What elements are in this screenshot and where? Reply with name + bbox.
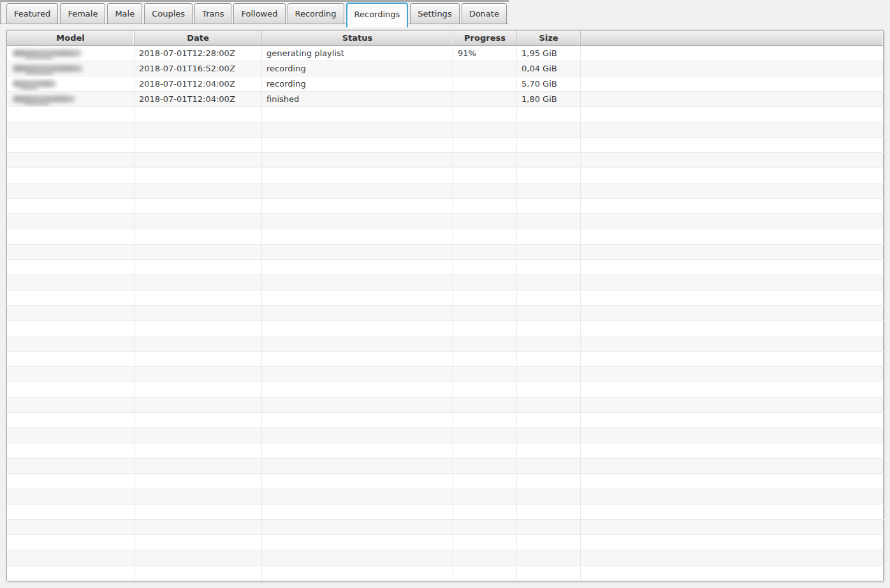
empty-row	[7, 520, 884, 535]
column-header-progress[interactable]: Progress	[453, 31, 517, 46]
tab-followed[interactable]: Followed	[233, 3, 285, 24]
empty-row	[7, 168, 884, 183]
cell-status: recording	[262, 76, 453, 92]
blurred-model-name	[13, 80, 56, 87]
cell-model	[7, 76, 135, 92]
tab-donate[interactable]: Donate	[462, 3, 507, 24]
empty-row	[7, 107, 884, 122]
cell-extra	[581, 46, 884, 61]
cell-extra	[581, 76, 884, 92]
empty-row	[7, 489, 884, 505]
tab-label: Couples	[152, 9, 185, 18]
tab-trans[interactable]: Trans	[194, 3, 231, 24]
tab-recording[interactable]: Recording	[288, 3, 344, 24]
tab-label: Settings	[418, 9, 451, 18]
cell-size: 1,80 GiB	[517, 92, 581, 107]
empty-row	[7, 505, 884, 520]
cell-date: 2018-07-01T16:52:00Z	[135, 61, 262, 76]
tab-couples[interactable]: Couples	[144, 3, 193, 24]
tab-featured[interactable]: Featured	[6, 3, 58, 24]
empty-row	[7, 122, 884, 138]
empty-row	[7, 352, 884, 367]
tab-label: Followed	[241, 9, 277, 18]
cell-model	[7, 61, 135, 76]
cell-model	[7, 46, 135, 61]
column-header-status[interactable]: Status	[262, 31, 453, 46]
empty-row	[7, 367, 884, 382]
cell-size: 1,95 GiB	[517, 46, 581, 61]
tab-label: Trans	[202, 9, 224, 18]
tab-label: Recordings	[354, 10, 400, 19]
blurred-model-name	[13, 65, 83, 72]
column-header-size[interactable]: Size	[517, 31, 581, 46]
column-header-extra	[581, 31, 884, 46]
recordings-table-body: 2018-07-01T12:28:00Z generating playlist…	[7, 46, 884, 581]
cell-date: 2018-07-01T12:04:00Z	[135, 76, 262, 92]
empty-row	[7, 413, 884, 428]
cell-progress	[453, 61, 517, 76]
cell-progress: 91%	[453, 46, 517, 61]
cell-size: 0,04 GiB	[517, 61, 581, 76]
empty-row	[7, 275, 884, 290]
tab-settings[interactable]: Settings	[410, 3, 459, 24]
empty-row	[7, 566, 884, 581]
tab-female[interactable]: Female	[60, 3, 105, 24]
empty-row	[7, 306, 884, 321]
blurred-model-name	[13, 96, 75, 103]
cell-size: 5,70 GiB	[517, 76, 581, 92]
empty-row	[7, 138, 884, 153]
empty-row	[7, 459, 884, 474]
empty-row	[7, 245, 884, 260]
cell-status: finished	[262, 92, 453, 107]
empty-row	[7, 153, 884, 168]
cell-progress	[453, 92, 517, 107]
tab-male[interactable]: Male	[107, 3, 142, 24]
tab-label: Male	[115, 9, 135, 18]
cell-model	[7, 92, 135, 107]
cell-extra	[581, 92, 884, 107]
empty-row	[7, 199, 884, 214]
recordings-table: Model Date Status Progress Size 2018-07-…	[6, 30, 884, 581]
tab-label: Featured	[14, 9, 50, 18]
cell-progress	[453, 76, 517, 92]
empty-row	[7, 443, 884, 459]
cell-status: recording	[262, 61, 453, 76]
empty-row	[7, 428, 884, 443]
empty-row	[7, 398, 884, 413]
tab-recordings[interactable]: Recordings	[346, 3, 409, 27]
tab-label: Female	[68, 9, 98, 18]
empty-row	[7, 260, 884, 275]
recording-row[interactable]: 2018-07-01T12:28:00Z generating playlist…	[7, 46, 884, 61]
empty-row	[7, 321, 884, 336]
cell-extra	[581, 61, 884, 76]
tab-label: Recording	[295, 9, 337, 18]
column-header-date[interactable]: Date	[135, 31, 262, 46]
recording-row[interactable]: 2018-07-01T12:04:00Z recording 5,70 GiB	[7, 76, 884, 92]
empty-row	[7, 535, 884, 550]
empty-row	[7, 290, 884, 306]
column-header-model[interactable]: Model	[7, 31, 135, 46]
recordings-panel: Model Date Status Progress Size 2018-07-…	[6, 30, 884, 581]
empty-row	[7, 382, 884, 398]
cell-date: 2018-07-01T12:28:00Z	[135, 46, 262, 61]
recording-row[interactable]: 2018-07-01T16:52:00Z recording 0,04 GiB	[7, 61, 884, 76]
empty-row	[7, 214, 884, 229]
empty-row	[7, 336, 884, 352]
recording-row[interactable]: 2018-07-01T12:04:00Z finished 1,80 GiB	[7, 92, 884, 107]
empty-row	[7, 229, 884, 245]
tab-label: Donate	[469, 9, 499, 18]
tab-bar: Featured Female Male Couples Trans Follo…	[0, 0, 509, 24]
table-header-row: Model Date Status Progress Size	[7, 31, 884, 46]
empty-row	[7, 550, 884, 566]
empty-row	[7, 183, 884, 199]
cell-date: 2018-07-01T12:04:00Z	[135, 92, 262, 107]
cell-status: generating playlist	[262, 46, 453, 61]
blurred-model-name	[13, 50, 82, 57]
empty-row	[7, 474, 884, 489]
